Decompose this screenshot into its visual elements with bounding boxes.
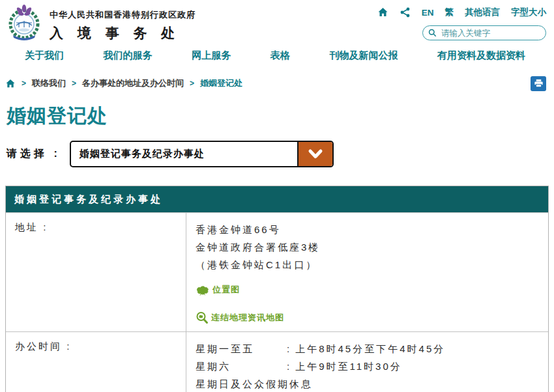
main-nav: 关于我们 我们的服务 网上服务 表格 刊物及新闻公报 有用资料及数据资料 xyxy=(0,43,554,68)
breadcrumb-separator: > xyxy=(190,79,194,88)
breadcrumb-office-addresses[interactable]: 各办事处的地址及办公时间 xyxy=(82,77,184,89)
nav-forms[interactable]: 表格 xyxy=(270,49,290,62)
home-icon[interactable] xyxy=(5,79,16,89)
hours-saturday-line: 星期六 : 上午9时至11时30分 xyxy=(196,357,542,375)
print-button[interactable] xyxy=(531,76,546,91)
map-magnifier-icon xyxy=(196,311,209,324)
breadcrumb-marriage-registries: 婚姻登记处 xyxy=(200,77,242,89)
hours-colon: : xyxy=(287,340,291,357)
search-box[interactable] xyxy=(422,25,546,40)
hours-weekday-time: 上午8时45分至下午4时45分 xyxy=(295,340,445,357)
table-row-address: 地址 : 香港金钟道66号 金钟道政府合署低座3楼 （港铁金钟站C1出口） 位置… xyxy=(6,212,548,331)
nav-publications[interactable]: 刊物及新闻公报 xyxy=(329,49,398,62)
address-label: 地址 : xyxy=(6,213,186,331)
nav-our-services[interactable]: 我们的服务 xyxy=(104,49,153,62)
table-row-office-hours: 办公时间 : 星期一至五 : 上午8时45分至下午4时45分 星期六 : 上午9… xyxy=(6,331,548,392)
table-header-office-name: 婚姻登记事务及纪录办事处 xyxy=(6,186,548,212)
utility-bar: EN 繁 其他语言 字型大小 xyxy=(377,4,546,18)
dropdown-arrow-button[interactable] xyxy=(297,142,332,166)
office-select-dropdown[interactable]: 婚姻登记事务及纪录办事处 xyxy=(70,141,334,167)
location-map-link[interactable]: 位置图 xyxy=(196,284,542,296)
font-size-link[interactable]: 字型大小 xyxy=(511,7,546,18)
selected-office-value: 婚姻登记事务及纪录办事处 xyxy=(71,148,297,160)
printer-icon xyxy=(534,79,544,88)
page-title: 婚姻登记处 xyxy=(7,103,554,130)
geoinfo-map-link[interactable]: 连结地理资讯地图 xyxy=(196,311,542,324)
address-line-2: 金钟道政府合署低座3楼 xyxy=(196,238,542,256)
address-line-3: （港铁金钟站C1出口） xyxy=(196,256,542,273)
office-select-row: 请选择 : 婚姻登记事务及纪录办事处 xyxy=(7,141,554,167)
breadcrumb-separator: > xyxy=(72,79,76,88)
hk-map-icon xyxy=(196,285,210,296)
breadcrumb-contact-us[interactable]: 联络我们 xyxy=(32,77,66,89)
hours-colon: : xyxy=(287,357,291,375)
geoinfo-map-label: 连结地理资讯地图 xyxy=(211,312,284,324)
select-label: 请选择 : xyxy=(7,147,61,161)
hours-weekday-days: 星期一至五 xyxy=(196,340,287,357)
lang-traditional-link[interactable]: 繁 xyxy=(445,7,454,18)
immigration-dept-logo xyxy=(5,4,43,42)
office-info-table: 婚姻登记事务及纪录办事处 地址 : 香港金钟道66号 金钟道政府合署低座3楼 （… xyxy=(5,186,549,392)
search-icon xyxy=(428,29,437,37)
share-icon[interactable] xyxy=(400,7,411,18)
dept-title-block: 中华人民共和国香港特别行政区政府 入 境 事 务 处 xyxy=(50,4,196,42)
address-line-1: 香港金钟道66号 xyxy=(196,221,542,238)
nav-useful-info[interactable]: 有用资料及数据资料 xyxy=(437,49,525,62)
hours-closed-note: 星期日及公众假期休息 xyxy=(196,375,542,392)
site-header: 中华人民共和国香港特别行政区政府 入 境 事 务 处 EN 繁 其他语言 字型大… xyxy=(0,0,554,43)
location-map-label: 位置图 xyxy=(212,284,240,296)
search-input[interactable] xyxy=(441,29,540,38)
office-hours-value: 星期一至五 : 上午8时45分至下午4时45分 星期六 : 上午9时至11时30… xyxy=(186,332,548,392)
chevron-down-icon xyxy=(308,148,323,160)
hours-saturday-time: 上午9时至11时30分 xyxy=(295,357,402,375)
nav-about-us[interactable]: 关于我们 xyxy=(25,49,64,62)
hours-saturday-day: 星期六 xyxy=(196,357,287,375)
lang-en-link[interactable]: EN xyxy=(422,8,434,18)
office-hours-label: 办公时间 : xyxy=(6,332,186,392)
nav-online-services[interactable]: 网上服务 xyxy=(192,49,231,62)
other-languages-link[interactable]: 其他语言 xyxy=(465,7,500,18)
address-value: 香港金钟道66号 金钟道政府合署低座3楼 （港铁金钟站C1出口） 位置图 连结地… xyxy=(186,213,548,331)
gov-line: 中华人民共和国香港特别行政区政府 xyxy=(50,9,196,21)
hours-weekday-line: 星期一至五 : 上午8时45分至下午4时45分 xyxy=(196,340,542,357)
breadcrumb: > 联络我们 > 各办事处的地址及办公时间 > 婚姻登记处 xyxy=(5,76,546,91)
dept-name: 入 境 事 务 处 xyxy=(50,24,196,42)
home-icon[interactable] xyxy=(377,7,388,18)
breadcrumb-separator: > xyxy=(22,79,26,88)
